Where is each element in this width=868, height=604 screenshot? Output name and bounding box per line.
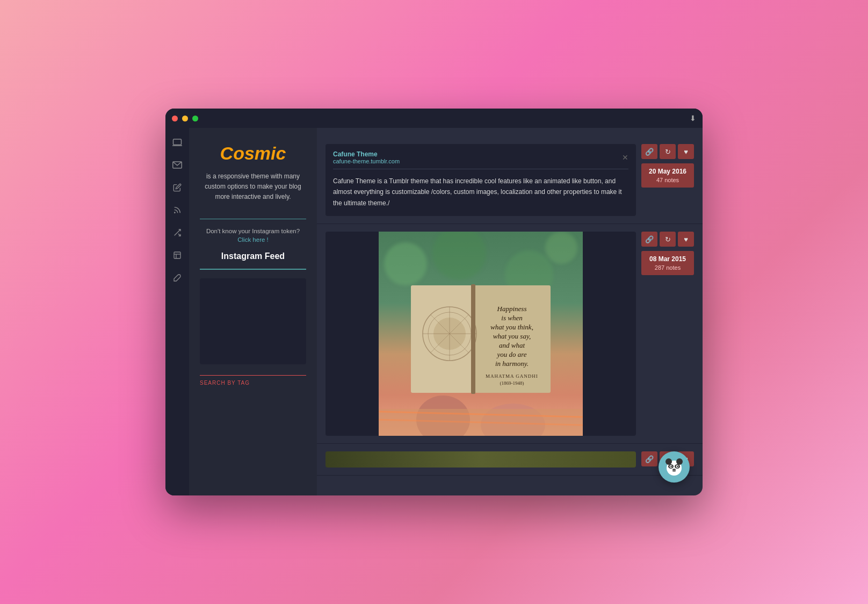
instagram-placeholder [200, 278, 306, 364]
book-image: Happiness is when what you think, what y… [326, 232, 636, 436]
image-post-partial [326, 451, 636, 468]
news-icon[interactable] [171, 249, 183, 261]
browser-toolbar: ⬇ [165, 109, 703, 128]
svg-point-46 [672, 469, 676, 471]
image-post: Happiness is when what you think, what y… [326, 232, 636, 436]
reblog-button[interactable]: ↻ [660, 144, 676, 159]
svg-text:is when: is when [501, 314, 522, 322]
left-panel: Cosmic is a responsive theme with many c… [189, 128, 317, 495]
post-site-url: cafune-theme.tumblr.com [333, 158, 400, 164]
link-button[interactable]: 🔗 [641, 232, 657, 247]
posts-area: Cafune Theme cafune-theme.tumblr.com ✕ C… [317, 136, 703, 476]
instagram-section: Don't know your Instagram token? Click h… [200, 219, 306, 386]
svg-point-12 [545, 232, 577, 264]
svg-point-45 [677, 466, 678, 467]
browser-window: ⬇ [165, 109, 703, 495]
post-notes: 287 notes [648, 264, 688, 271]
instagram-feed-title: Instagram Feed [200, 251, 306, 261]
browser-content: Cosmic is a responsive theme with many c… [165, 128, 703, 495]
svg-text:what you say,: what you say, [493, 332, 531, 340]
main-content: Cafune Theme cafune-theme.tumblr.com ✕ C… [317, 128, 703, 495]
post-site-name: Cafune Theme [333, 150, 400, 158]
brush-icon[interactable] [171, 272, 183, 284]
svg-point-44 [670, 466, 671, 467]
instagram-divider [200, 269, 306, 270]
svg-text:you do are: you do are [496, 350, 526, 358]
svg-text:MAHATMA GANDHI: MAHATMA GANDHI [486, 373, 538, 379]
cosmic-description: is a responsive theme with many custom o… [200, 171, 306, 203]
action-buttons-row: 🔗 ↻ ♥ [641, 144, 694, 159]
svg-rect-0 [173, 139, 182, 145]
like-button[interactable]: ♥ [678, 232, 694, 247]
post-row: Happiness is when what you think, what y… [317, 224, 703, 444]
download-icon[interactable]: ⬇ [690, 114, 696, 123]
close-dot[interactable] [172, 116, 178, 121]
search-by-tag-label: SEARCH BY TAG [200, 375, 306, 386]
like-button[interactable]: ♥ [678, 144, 694, 159]
icon-sidebar [165, 128, 189, 495]
post-image-preview [326, 451, 636, 468]
post-divider [333, 169, 628, 169]
svg-rect-5 [174, 252, 180, 258]
dismiss-icon[interactable]: ✕ [622, 153, 628, 162]
svg-text:Happiness: Happiness [497, 305, 527, 313]
link-button[interactable]: 🔗 [641, 144, 657, 159]
link-button[interactable]: 🔗 [641, 451, 657, 466]
svg-point-9 [384, 242, 427, 285]
date-notes-card: 20 May 2016 47 notes [641, 163, 694, 188]
reblog-button[interactable]: ↻ [660, 232, 676, 247]
svg-text:what you think,: what you think, [490, 323, 533, 331]
post-row: 🔗 ↻ ♥ [317, 444, 703, 476]
post-actions: 🔗 ↻ ♥ 20 May 2016 47 notes [641, 144, 694, 188]
svg-point-39 [676, 458, 683, 465]
svg-text:in harmony.: in harmony. [495, 359, 529, 368]
action-buttons-row: 🔗 ↻ ♥ [641, 232, 694, 247]
pencil-icon[interactable] [171, 182, 183, 193]
instagram-token-text: Don't know your Instagram token? [200, 228, 306, 234]
laptop-icon[interactable] [171, 136, 183, 148]
post-notes: 47 notes [648, 177, 688, 183]
post-date: 08 Mar 2015 [648, 255, 688, 263]
shuffle-icon[interactable] [171, 227, 183, 239]
text-post: Cafune Theme cafune-theme.tumblr.com ✕ C… [326, 144, 636, 216]
minimize-dot[interactable] [182, 116, 188, 121]
svg-point-2 [175, 212, 175, 213]
post-row: Cafune Theme cafune-theme.tumblr.com ✕ C… [317, 136, 703, 224]
svg-text:and what: and what [499, 341, 525, 349]
panda-avatar[interactable] [659, 451, 690, 483]
post-actions: 🔗 ↻ ♥ 08 Mar 2015 287 notes [641, 232, 694, 275]
text-post-header: Cafune Theme cafune-theme.tumblr.com ✕ [326, 144, 636, 169]
mail-icon[interactable] [171, 159, 183, 171]
svg-point-38 [666, 458, 672, 465]
rss-icon[interactable] [171, 204, 183, 216]
svg-text:(1869-1948): (1869-1948) [500, 380, 524, 386]
post-body-text: Cafune Theme is a Tumblr theme that has … [326, 176, 636, 216]
instagram-token-link[interactable]: Click here ! [200, 236, 306, 243]
post-date: 20 May 2016 [648, 168, 688, 175]
svg-rect-15 [471, 284, 475, 394]
cosmic-title: Cosmic [200, 143, 306, 164]
maximize-dot[interactable] [192, 116, 198, 121]
post-site-info: Cafune Theme cafune-theme.tumblr.com [333, 150, 400, 164]
date-notes-card: 08 Mar 2015 287 notes [641, 251, 694, 275]
